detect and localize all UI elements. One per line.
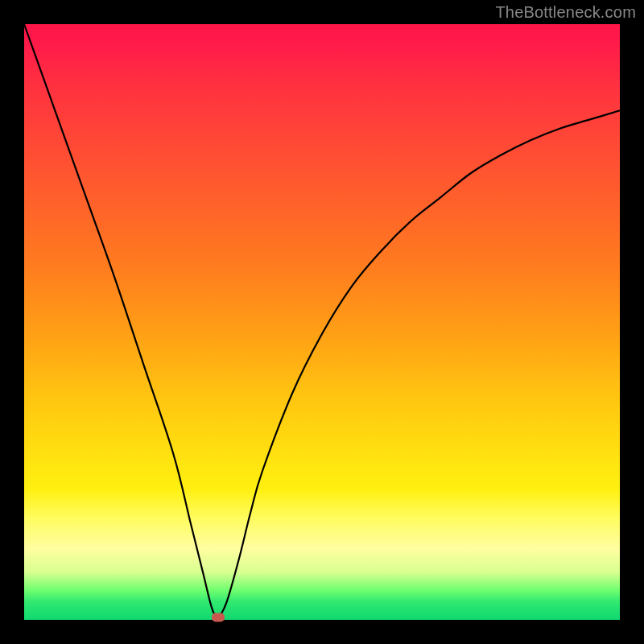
watermark-text: TheBottleneck.com xyxy=(495,3,636,22)
chart-container: TheBottleneck.com xyxy=(0,0,644,644)
optimal-marker xyxy=(212,613,225,622)
plot-area xyxy=(24,24,620,620)
curve-svg xyxy=(24,24,620,620)
bottleneck-curve xyxy=(24,24,620,620)
